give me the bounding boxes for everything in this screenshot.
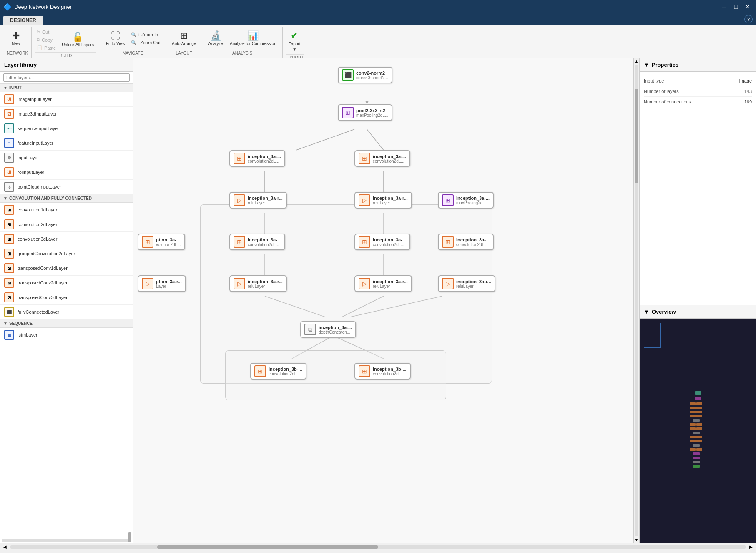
maximize-button[interactable]: □ [731, 2, 741, 12]
zoom-in-button[interactable]: 🔍+ Zoom In [129, 31, 162, 38]
build-buttons: ✂ Cut ⧉ Copy 📋 Paste 🔓 Unlock All Layers [35, 28, 96, 51]
layer-icon-sequenceInputLayer: 〰 [4, 123, 14, 133]
node-inception-3a-relu5[interactable]: ▷ inception_3a-r... reluLayer [438, 275, 495, 292]
node-inception-3a-relu-trunc[interactable]: ▷ ption_3a-r... Layer [138, 275, 186, 292]
edit-button-group: ✂ Cut ⧉ Copy 📋 Paste [35, 28, 58, 51]
node-inception-3a-relu2[interactable]: ▷ inception_3a-r... reluLayer [354, 192, 412, 209]
copy-button[interactable]: ⧉ Copy [35, 36, 58, 43]
list-item[interactable]: ≡ featureInputLayer [0, 136, 133, 151]
properties-title: Properties [652, 62, 678, 68]
node-inception-3a-maxpool[interactable]: ⊞ inception_3a-... maxPooling2dL... [438, 192, 494, 209]
svg-rect-21 [696, 407, 702, 409]
list-item[interactable]: 🖼 roiInputLayer [0, 165, 133, 180]
node-inception-3a-depth[interactable]: ⧉ inception_3a-... depthConcaten... [300, 321, 356, 338]
network-canvas-area[interactable]: ⬛ conv2-norm2 crossChannelN... ⊞ pool2-3… [133, 58, 639, 543]
group-header-sequence[interactable]: ▼ SEQUENCE [0, 319, 133, 328]
list-item[interactable]: ⊞ convolution1dLayer [0, 203, 133, 217]
layout-buttons: ⊞ Auto Arrange [169, 28, 198, 49]
group-header-input[interactable]: ▼ INPUT [0, 84, 133, 92]
minimize-button[interactable]: ─ [719, 2, 729, 12]
node-inception-3b-conv2[interactable]: ⊞ inception_3b-... convolution2dL... [354, 363, 411, 380]
list-item[interactable]: ⊠ transposedConv2dLayer [0, 276, 133, 290]
canvas-vertical-scrollbar[interactable]: ▲ ▼ [633, 58, 639, 543]
vscroll-thumb [635, 89, 638, 183]
main-layout: Layer library ▼ INPUT 🖼 imageInputLayer … [0, 58, 756, 543]
layer-icon-fullyConnectedLayer: ⬛ [4, 307, 14, 317]
node-name-inception-3a-relu3: inception_3a-r... [248, 279, 283, 284]
help-button[interactable]: ? [744, 15, 753, 23]
list-item[interactable]: ⬛ fullyConnectedLayer [0, 305, 133, 319]
svg-rect-39 [693, 452, 700, 455]
node-inception-3a-conv5[interactable]: ⊞ inception_3a-... convolution2dL... [438, 234, 494, 250]
fit-to-view-button[interactable]: ⛶ Fit to View [103, 30, 128, 48]
list-item[interactable]: ⚙ inputLayer [0, 151, 133, 165]
list-item[interactable]: ⊞ convolution2dLayer [0, 217, 133, 232]
new-icon: ✚ [12, 31, 20, 40]
filter-input[interactable] [3, 73, 130, 82]
svg-rect-20 [690, 407, 696, 409]
group-label-input: INPUT [9, 85, 22, 90]
layer-library-panel: Layer library ▼ INPUT 🖼 imageInputLayer … [0, 58, 133, 543]
node-pool2-3x3-s2[interactable]: ⊞ pool2-3x3_s2 maxPooling2dL... [338, 104, 392, 121]
node-inception-3b-conv1[interactable]: ⊞ inception_3b-... convolution2dL... [250, 363, 306, 380]
list-item[interactable]: ⊠ transposedConv1dLayer [0, 261, 133, 276]
overview-content[interactable] [640, 319, 756, 543]
node-text-inception-3b-conv1: inception_3b-... convolution2dL... [269, 367, 302, 376]
scroll-left-button[interactable]: ◀ [2, 544, 8, 550]
node-inception-3a-relu1[interactable]: ▷ inception_3a-r... reluLayer [229, 192, 287, 209]
close-button[interactable]: ✕ [743, 2, 753, 12]
svg-rect-18 [690, 402, 696, 405]
node-inception-3a-relu4[interactable]: ▷ inception_3a-r... reluLayer [354, 275, 412, 292]
vscroll-up-button[interactable]: ▲ [634, 58, 640, 64]
layer-icon-roiInputLayer: 🖼 [4, 167, 14, 177]
list-item[interactable]: 🖼 imageInputLayer [0, 92, 133, 107]
layer-label-convolution2dLayer: convolution2dLayer [18, 222, 57, 227]
list-item[interactable]: ▦ lstmLayer [0, 328, 133, 342]
svg-rect-17 [695, 397, 701, 400]
node-type-inception-3b-conv2: convolution2dL... [373, 372, 407, 376]
list-item[interactable]: ⊠ transposedConv3dLayer [0, 290, 133, 305]
layer-icon-transposedConv2dLayer: ⊠ [4, 278, 14, 288]
node-name-conv2-norm2: conv2-norm2 [356, 70, 388, 75]
layer-icon-image3dInputLayer: 🖼 [4, 109, 14, 119]
list-item[interactable]: 🖼 image3dInputLayer [0, 107, 133, 121]
unlock-all-layers-button[interactable]: 🔓 Unlock All Layers [59, 31, 96, 49]
node-inception-3a-conv-trunc[interactable]: ⊞ ption_3a-... volution2dL... [138, 234, 185, 250]
group-header-conv[interactable]: ▼ CONVOLUTION AND FULLY CONNECTED [0, 194, 133, 203]
svg-rect-23 [696, 411, 702, 413]
zoom-out-button[interactable]: 🔍- Zoom Out [129, 39, 162, 46]
navigate-buttons: ⛶ Fit to View 🔍+ Zoom In 🔍- Zoom Out [103, 28, 162, 49]
svg-rect-41 [693, 461, 700, 463]
node-name-inception-3a-conv4: inception_3a-... [373, 237, 406, 242]
node-inception-3a-relu3[interactable]: ▷ inception_3a-r... reluLayer [229, 275, 287, 292]
node-inception-3a-conv3[interactable]: ⊞ inception_3a-... convolution2dL... [229, 234, 285, 250]
list-item[interactable]: ⊞ convolution3dLayer [0, 232, 133, 246]
node-inception-3a-conv1[interactable]: ⊞ inception_3a-... convolution2dL... [229, 150, 285, 167]
cut-button[interactable]: ✂ Cut [35, 28, 58, 35]
paste-button[interactable]: 📋 Paste [35, 44, 58, 51]
list-item[interactable]: 〰 sequenceInputLayer [0, 121, 133, 136]
layer-icon-convolution3dLayer: ⊞ [4, 234, 14, 244]
export-chevron-icon: ▼ [292, 47, 296, 52]
node-inception-3a-conv4[interactable]: ⊞ inception_3a-... convolution2dL... [354, 234, 410, 250]
analyze-button[interactable]: 🔬 Analyze [206, 30, 226, 48]
svg-line-1 [296, 129, 354, 150]
designer-tab[interactable]: DESIGNER [3, 16, 43, 25]
scroll-right-button[interactable]: ▶ [748, 544, 754, 550]
list-item[interactable]: ⊞ groupedConvolution2dLayer [0, 246, 133, 261]
new-button[interactable]: ✚ New [7, 30, 25, 48]
svg-rect-33 [696, 436, 702, 438]
svg-rect-24 [690, 415, 696, 417]
layout-group-label: LAYOUT [169, 50, 198, 56]
auto-arrange-button[interactable]: ⊞ Auto Arrange [169, 30, 198, 48]
vscroll-down-button[interactable]: ▼ [634, 537, 640, 543]
svg-line-2 [367, 129, 384, 150]
node-text-conv2-norm2: conv2-norm2 crossChannelN... [356, 70, 388, 80]
node-inception-3a-conv2[interactable]: ⊞ inception_3a-... convolution2dL... [354, 150, 410, 167]
analysis-group-label: ANALYSIS [206, 50, 279, 56]
list-item[interactable]: ⊹ pointCloudInputLayer [0, 180, 133, 194]
export-icon: ✔ [291, 30, 298, 41]
node-conv2-norm2[interactable]: ⬛ conv2-norm2 crossChannelN... [338, 67, 392, 83]
analyze-compression-button[interactable]: 📊 Analyze for Compression [227, 30, 279, 48]
export-button[interactable]: ✔ Export ▼ [286, 28, 303, 53]
